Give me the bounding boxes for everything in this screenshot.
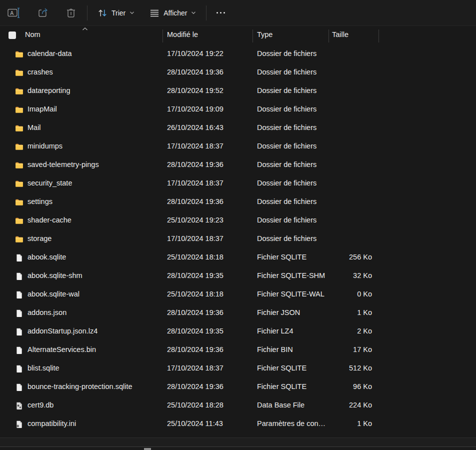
column-resize-handle[interactable]	[162, 30, 163, 42]
column-header-modified[interactable]: Modifié le	[167, 30, 198, 38]
folder-icon	[15, 87, 24, 96]
horizontal-scrollbar-thumb[interactable]	[144, 448, 151, 450]
file-row[interactable]: addons.json 28/10/2024 19:36 Fichier JSO…	[0, 304, 476, 322]
file-size: 96 Ko	[325, 382, 372, 390]
file-row[interactable]: settings 28/10/2024 19:36 Dossier de fic…	[0, 193, 476, 212]
folder-icon	[15, 198, 24, 206]
file-type: Fichier LZ4	[257, 327, 327, 335]
file-type: Dossier de fichiers	[257, 234, 327, 242]
file-type: Dossier de fichiers	[257, 105, 327, 113]
file-row[interactable]: blist.sqlite 17/10/2024 18:37 Fichier SQ…	[0, 360, 476, 378]
folder-icon	[15, 68, 24, 77]
file-name: compatibility.ini	[28, 420, 76, 428]
file-row[interactable]: saved-telemetry-pings 28/10/2024 19:36 D…	[0, 156, 476, 174]
file-row[interactable]: minidumps 17/10/2024 18:37 Dossier de fi…	[0, 138, 476, 156]
file-type: Fichier SQLITE-WAL	[257, 290, 327, 298]
folder-icon	[15, 161, 24, 170]
file-type: Dossier de fichiers	[257, 124, 327, 132]
file-icon	[15, 346, 24, 354]
column-header-name[interactable]: Nom	[25, 30, 40, 38]
file-icon	[15, 402, 24, 410]
file-type: Dossier de fichiers	[257, 68, 327, 76]
file-row[interactable]: storage 17/10/2024 18:37 Dossier de fich…	[0, 230, 476, 248]
file-type: Dossier de fichiers	[257, 160, 327, 168]
column-header-type[interactable]: Type	[257, 30, 272, 38]
file-modified-date: 17/10/2024 18:37	[167, 179, 224, 187]
file-row[interactable]: abook.sqlite-wal 25/10/2024 18:18 Fichie…	[0, 286, 476, 304]
file-name: abook.sqlite-shm	[28, 272, 82, 280]
file-size: 0 Ko	[325, 290, 372, 298]
file-icon	[15, 420, 24, 428]
file-name: abook.sqlite-wal	[28, 290, 80, 298]
file-modified-date: 28/10/2024 19:52	[167, 86, 224, 94]
view-button-label: Afficher	[164, 9, 187, 17]
file-size: 2 Ko	[325, 327, 372, 335]
file-row[interactable]: datareporting 28/10/2024 19:52 Dossier d…	[0, 82, 476, 100]
folder-icon	[15, 235, 24, 244]
file-row[interactable]: AlternateServices.bin 28/10/2024 19:36 F…	[0, 341, 476, 360]
file-modified-date: 28/10/2024 19:36	[167, 198, 224, 206]
file-name: addonStartup.json.lz4	[28, 327, 98, 335]
file-size: 1 Ko	[325, 308, 372, 316]
file-row[interactable]: addonStartup.json.lz4 28/10/2024 19:35 F…	[0, 322, 476, 341]
file-name: security_state	[28, 179, 72, 187]
folder-icon	[15, 50, 24, 58]
file-list: calendar-data 17/10/2024 19:22 Dossier d…	[0, 45, 476, 434]
file-type: Dossier de fichiers	[257, 142, 327, 150]
file-row[interactable]: shader-cache 25/10/2024 19:23 Dossier de…	[0, 212, 476, 230]
select-all-checkbox[interactable]	[8, 32, 16, 39]
folder-icon	[15, 106, 24, 114]
more-options-button[interactable]	[212, 4, 229, 22]
file-row[interactable]: ImapMail 17/10/2024 19:09 Dossier de fic…	[0, 100, 476, 119]
file-row[interactable]: Mail 26/10/2024 16:43 Dossier de fichier…	[0, 119, 476, 138]
file-type: Fichier SQLITE-SHM	[257, 272, 327, 280]
file-row[interactable]: bounce-tracking-protection.sqlite 28/10/…	[0, 378, 476, 396]
file-name: abook.sqlite	[28, 253, 66, 261]
file-modified-date: 28/10/2024 19:36	[167, 382, 224, 390]
file-name: cert9.db	[28, 401, 54, 409]
file-type: Dossier de fichiers	[257, 216, 327, 224]
sort-button[interactable]: Trier	[94, 4, 138, 22]
file-type: Fichier BIN	[257, 346, 327, 354]
file-name: settings	[28, 198, 52, 206]
file-name: calendar-data	[28, 50, 72, 58]
file-name: datareporting	[28, 86, 70, 94]
column-resize-handle[interactable]	[378, 30, 379, 42]
file-row[interactable]: abook.sqlite 25/10/2024 18:18 Fichier SQ…	[0, 248, 476, 267]
file-row[interactable]: calendar-data 17/10/2024 19:22 Dossier d…	[0, 45, 476, 64]
file-row[interactable]: abook.sqlite-shm 28/10/2024 19:35 Fichie…	[0, 267, 476, 286]
file-row[interactable]: compatibility.ini 25/10/2024 11:43 Param…	[0, 415, 476, 434]
file-type: Fichier SQLITE	[257, 364, 327, 372]
file-modified-date: 28/10/2024 19:36	[167, 346, 224, 354]
column-header-size[interactable]: Taille	[332, 30, 348, 38]
rename-button[interactable]: A	[3, 4, 26, 22]
file-modified-date: 17/10/2024 18:37	[167, 234, 224, 242]
file-type: Dossier de fichiers	[257, 50, 327, 58]
file-icon	[15, 254, 24, 262]
file-row[interactable]: security_state 17/10/2024 18:37 Dossier …	[0, 174, 476, 193]
file-name: minidumps	[28, 142, 62, 150]
list-lines-icon	[150, 8, 160, 18]
file-icon	[15, 328, 24, 336]
column-header-row: Nom Modifié le Type Taille	[0, 26, 476, 44]
file-modified-date: 28/10/2024 19:36	[167, 308, 224, 316]
file-row[interactable]: cert9.db 25/10/2024 18:28 Data Base File…	[0, 396, 476, 415]
delete-button[interactable]	[61, 4, 81, 22]
share-button[interactable]	[33, 4, 54, 22]
file-modified-date: 17/10/2024 18:37	[167, 364, 224, 372]
column-resize-handle[interactable]	[328, 30, 329, 42]
file-size: 512 Ko	[325, 364, 372, 372]
toolbar: A Trier Afficher	[0, 0, 476, 26]
rename-icon: A	[7, 7, 22, 19]
file-size: 224 Ko	[325, 401, 372, 409]
file-row[interactable]: crashes 28/10/2024 19:36 Dossier de fich…	[0, 64, 476, 82]
column-resize-handle[interactable]	[252, 30, 253, 42]
file-type: Data Base File	[257, 401, 327, 409]
file-size: 256 Ko	[325, 253, 372, 261]
file-modified-date: 28/10/2024 19:35	[167, 272, 224, 280]
file-modified-date: 25/10/2024 18:18	[167, 253, 224, 261]
file-type: Fichier SQLITE	[257, 382, 327, 390]
view-button[interactable]: Afficher	[146, 4, 200, 22]
file-type: Fichier SQLITE	[257, 253, 327, 261]
trash-icon	[65, 7, 77, 19]
